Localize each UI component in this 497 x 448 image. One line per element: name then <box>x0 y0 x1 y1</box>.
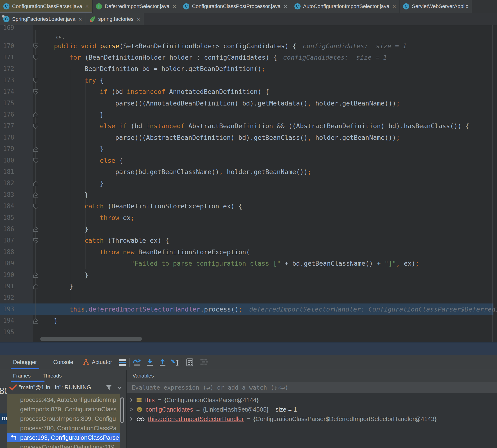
stack-frame-row[interactable]: processGroupImports:809, Configu <box>7 414 120 423</box>
variable-row[interactable]: this={ConfigurationClassParser@4144} <box>127 395 259 405</box>
editor-tab[interactable]: IDeferredImportSelector.java× <box>93 0 180 13</box>
fold-marker[interactable] <box>33 272 38 278</box>
line-number: 169 <box>0 25 14 33</box>
fold-marker[interactable] <box>33 180 38 186</box>
code-line: parse(bd.getBeanClassName(), holder.getB… <box>115 166 312 178</box>
filter-button[interactable] <box>106 384 112 392</box>
fold-marker[interactable] <box>33 238 38 243</box>
stack-frame-row[interactable]: parse:193, ConfigurationClassParse <box>7 433 120 442</box>
actuator-icon <box>83 359 89 366</box>
return-arrow-icon <box>10 434 17 441</box>
code-line: catch (Throwable ex) { <box>84 235 169 246</box>
toolwindow-tab-actuator[interactable]: Actuator <box>83 355 112 370</box>
editor-tab-row-2: CSpringFactoriesLoader.java×spring.facto… <box>0 13 497 25</box>
fold-marker[interactable] <box>33 158 38 163</box>
evaluate-expression-icon <box>186 358 194 367</box>
editor-tab-row-1: CConfigurationClassParser.java×IDeferred… <box>0 0 497 13</box>
step-out-button[interactable] <box>159 358 167 368</box>
frame-label: getImports:879, ConfigurationClass <box>20 406 117 413</box>
variable-row[interactable]: pconfigCandidates={LinkedHashSet@4505}si… <box>127 405 297 414</box>
line-number: 173 <box>0 75 14 86</box>
frames-panel-tab-threads[interactable]: Threads <box>43 370 62 382</box>
tab-label: AutoConfigurationImportSelector.java <box>303 3 389 9</box>
equals-sign: = <box>196 406 200 413</box>
mute-renderers-button[interactable] <box>200 358 209 367</box>
fold-marker[interactable] <box>33 54 38 60</box>
line-number: 175 <box>0 97 14 109</box>
fold-marker[interactable] <box>33 123 38 129</box>
toolbar-separator <box>130 358 130 367</box>
frames-scrollbar[interactable] <box>120 397 124 423</box>
stack-frame-row[interactable]: getImports:879, ConfigurationClass <box>7 404 120 414</box>
parameter-icon: p <box>136 406 142 413</box>
thread-status[interactable]: "main"@1 in...in": RUNNING <box>19 384 91 391</box>
close-icon[interactable]: × <box>173 3 176 9</box>
fold-marker[interactable] <box>33 89 38 95</box>
step-over-button[interactable] <box>133 358 142 368</box>
close-icon[interactable]: × <box>79 16 82 22</box>
frames-panel-tab-frames[interactable]: Frames <box>13 370 31 382</box>
interface-icon: I <box>96 3 102 9</box>
toolwindow-tab-console[interactable]: Console <box>53 355 73 370</box>
toolwindow-tab-debugger[interactable]: Debugger <box>13 355 37 370</box>
evaluate-expression-input[interactable]: Evaluate expression (↵) or add a watch (… <box>127 382 497 393</box>
fold-down-icon <box>33 43 38 49</box>
editor-tab[interactable]: spring.factories× <box>86 13 144 25</box>
editor-tab[interactable]: CConfigurationClassPostProcessor.java× <box>180 0 291 13</box>
horizontal-scrollbar[interactable] <box>40 337 142 341</box>
fold-up-icon <box>33 112 38 118</box>
editor-tab[interactable]: CAutoConfigurationImportSelector.java× <box>291 0 400 13</box>
line-number: 194 <box>0 315 14 326</box>
debug-toolwindow-header <box>0 342 497 355</box>
stack-frame-row[interactable]: processConfigBeanDefinitions:319 <box>7 442 120 448</box>
variable-name: configCandidates <box>146 406 193 413</box>
close-icon[interactable]: × <box>136 16 140 22</box>
fold-down-icon <box>33 158 38 163</box>
step-into-button[interactable] <box>146 358 154 368</box>
class-icon: C <box>294 3 300 9</box>
pin-icon <box>2 15 5 18</box>
thread-dropdown-button[interactable] <box>117 386 122 391</box>
line-number: 195 <box>0 326 14 338</box>
line-number: 187 <box>0 235 14 246</box>
variable-value: {LinkedHashSet@4505} <box>203 406 269 413</box>
run-to-cursor-button[interactable] <box>170 358 180 368</box>
related-methods-icon[interactable]: ⟳⌄ <box>56 33 65 42</box>
stack-frame-row[interactable]: process:780, ConfigurationClassPa <box>7 423 120 433</box>
editor-tab[interactable]: CServletWebServerApplic <box>400 0 472 13</box>
stack-frame-row[interactable]: process:434, AutoConfigurationImp <box>7 395 120 404</box>
code-editor[interactable]: 169170public void parse(Set<BeanDefiniti… <box>0 25 497 342</box>
fold-marker[interactable] <box>33 318 38 324</box>
code-line: for (BeanDefinitionHolder holder : confi… <box>69 51 277 63</box>
line-number: 191 <box>0 281 14 292</box>
this-icon <box>136 397 142 403</box>
close-icon[interactable]: × <box>392 3 396 9</box>
editor-tab[interactable]: CConfigurationClassParser.java× <box>0 0 93 13</box>
close-icon[interactable]: × <box>283 3 287 9</box>
fold-down-icon <box>33 89 38 95</box>
checkmark-icon <box>9 384 17 391</box>
evaluate-expression-button[interactable] <box>186 358 194 368</box>
fold-marker[interactable] <box>33 112 38 117</box>
layout-button[interactable] <box>118 358 127 368</box>
line-number: 172 <box>0 63 14 75</box>
fold-marker[interactable] <box>33 77 38 83</box>
fold-marker[interactable] <box>33 283 38 289</box>
fold-marker[interactable] <box>33 146 38 152</box>
fold-up-icon <box>33 318 38 324</box>
editor-tab[interactable]: CSpringFactoriesLoader.java× <box>0 13 86 25</box>
close-icon[interactable]: × <box>85 3 89 9</box>
line-number: 183 <box>0 189 14 201</box>
variable-row[interactable]: this.deferredImportSelectorHandler={Conf… <box>127 414 436 424</box>
fold-marker[interactable] <box>33 203 38 209</box>
layout-icon <box>118 358 127 367</box>
fold-marker[interactable] <box>33 43 38 49</box>
fold-marker[interactable] <box>33 226 38 232</box>
tab-label: Actuator <box>92 359 112 366</box>
equals-sign: = <box>247 415 250 423</box>
evaluate-placeholder: Evaluate expression (↵) or add a watch (… <box>132 382 497 393</box>
line-number: 171 <box>0 51 14 63</box>
fold-marker[interactable] <box>33 192 38 197</box>
line-number: 181 <box>0 166 14 178</box>
step-out-icon <box>159 358 167 367</box>
